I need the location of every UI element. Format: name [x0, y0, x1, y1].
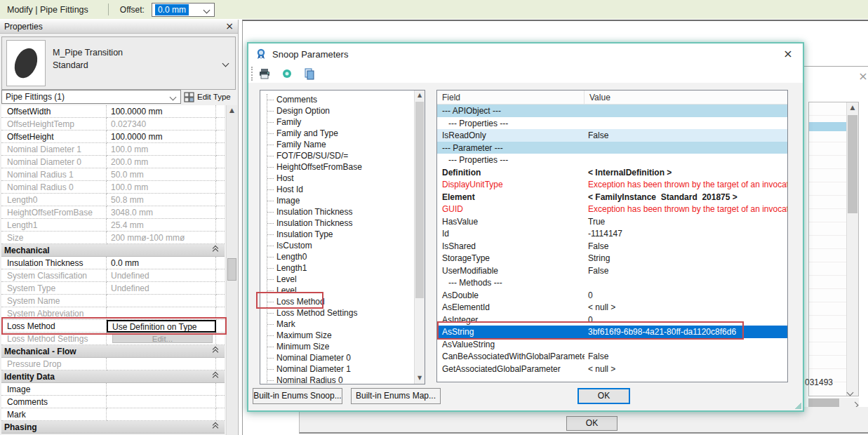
property-value[interactable]: 100.0000 mm	[107, 105, 216, 118]
background-close-icon[interactable]: ×	[855, 69, 868, 84]
table-row-parameter[interactable]: --- Parameter ---	[437, 142, 787, 154]
tree-item-insulation-type[interactable]: Insulation Type	[267, 229, 362, 240]
copy-icon[interactable]	[303, 67, 316, 80]
property-row-nominal-diameter-1[interactable]: Nominal Diameter 1100.0 mm	[1, 143, 225, 156]
table-row-getassociatedglobalparameter[interactable]: GetAssociatedGlobalParameter< null >	[437, 363, 787, 375]
tree-item-family[interactable]: Family	[267, 116, 362, 128]
collapse-chevron-icon[interactable]	[213, 373, 218, 382]
table-row-asstring[interactable]: AsString3bf616f9-6b98-4a21-80ff-da1120c8…	[437, 326, 787, 338]
property-row-heightoffsetfrombase[interactable]: HeightOffsetFromBase3048.0 mm	[1, 206, 225, 219]
scroll-down-icon[interactable]: ▼	[415, 373, 425, 384]
property-row-loss-method-settings[interactable]: Loss Method SettingsEdit...	[1, 333, 225, 345]
tree-item-nominal-diameter-0[interactable]: Nominal Diameter 0	[267, 352, 362, 363]
table-row-id[interactable]: Id-1114147	[437, 227, 787, 240]
property-value[interactable]: 0.027340	[107, 118, 216, 130]
tree-item-nominal-diameter-1[interactable]: Nominal Diameter 1	[267, 363, 362, 375]
tree-item-level[interactable]: Level	[267, 274, 362, 285]
property-value[interactable]: 200 mmø-100 mmø	[107, 232, 216, 244]
property-value[interactable]: 25.4 mm	[107, 219, 216, 232]
collapse-chevron-icon[interactable]	[213, 247, 218, 256]
property-value[interactable]: Undefined	[107, 282, 216, 295]
tree-item-loss-method[interactable]: Loss Method	[267, 296, 362, 307]
property-row-offsetheighttemp[interactable]: OffsetHeightTemp0.027340	[1, 118, 225, 130]
tree-item-iscustom[interactable]: IsCustom	[267, 240, 362, 251]
table-row-definition[interactable]: Definition< InternalDefinition >	[437, 166, 787, 179]
table-row-properties[interactable]: --- Properties ---	[437, 154, 787, 166]
tree-item-heightoffsetfrombase[interactable]: HeightOffsetFromBase	[267, 161, 362, 173]
property-row-nominal-diameter-0[interactable]: Nominal Diameter 0200.0 mm	[1, 156, 225, 168]
background-ok-button[interactable]: OK	[566, 416, 617, 431]
property-row-system-name[interactable]: System Name	[1, 295, 225, 307]
tree-item-length1[interactable]: Length1	[267, 262, 362, 274]
property-row-length0[interactable]: Length050.8 mm	[1, 194, 225, 206]
snoop-title-bar[interactable]: Snoop Parameters ×	[248, 44, 803, 65]
table-row-storagetype[interactable]: StorageTypeString	[437, 252, 787, 265]
table-row-properties[interactable]: --- Properties ---	[437, 117, 787, 130]
property-row-pressure-drop[interactable]: Pressure Drop	[1, 358, 225, 370]
property-value[interactable]: Edit...	[107, 333, 216, 345]
property-value[interactable]: Use Definition on Type	[107, 320, 216, 333]
property-value[interactable]: 3048.0 mm	[107, 206, 216, 219]
tree-item-loss-method-settings[interactable]: Loss Method Settings	[267, 307, 362, 319]
close-icon[interactable]: ×	[225, 20, 234, 32]
properties-scrollbar[interactable]: ▲	[226, 105, 237, 435]
table-row-asinteger[interactable]: AsInteger0	[437, 314, 787, 326]
property-row-system-classification[interactable]: System ClassificationUndefined	[1, 269, 225, 282]
table-row-guid[interactable]: GUIDException has been thrown by the tar…	[437, 203, 787, 215]
property-value[interactable]	[107, 396, 216, 408]
scroll-down-icon[interactable]	[848, 387, 853, 397]
property-row-nominal-radius-1[interactable]: Nominal Radius 150.0 mm	[1, 168, 225, 181]
scrollbar-thumb[interactable]	[415, 102, 424, 298]
scrollbar-thumb[interactable]	[848, 115, 857, 213]
property-value[interactable]: 100.0 mm	[107, 181, 216, 194]
table-row-asvaluestring[interactable]: AsValueString	[437, 338, 787, 351]
tree-item-fot-fob-su-sd[interactable]: FOT/FOB/SU/SD/=	[267, 150, 362, 161]
tree-item-insulation-thickness[interactable]: Insulation Thickness	[267, 218, 362, 229]
tree-item-minimum-size[interactable]: Minimum Size	[267, 341, 362, 352]
property-value[interactable]: 50.8 mm	[107, 194, 216, 206]
property-row-loss-method[interactable]: Loss MethodUse Definition on Type	[1, 320, 225, 333]
property-section-identity-data[interactable]: Identity Data	[1, 370, 225, 383]
property-value[interactable]	[107, 358, 216, 370]
property-section-mechanical-flow[interactable]: Mechanical - Flow	[1, 345, 225, 358]
table-row-displayunittype[interactable]: DisplayUnitTypeException has been thrown…	[437, 178, 787, 191]
offset-combo[interactable]: 0.0 mm	[152, 3, 215, 17]
tree-item-insulation-thickness[interactable]: Insulation Thickness	[267, 206, 362, 218]
scroll-up-icon[interactable]: ▲	[415, 91, 425, 101]
edit-button[interactable]: Edit...	[112, 334, 213, 343]
property-value[interactable]: Undefined	[107, 269, 216, 282]
tree-item-host[interactable]: Host	[267, 173, 362, 184]
tree-item-host-id[interactable]: Host Id	[267, 184, 362, 195]
property-value[interactable]	[107, 408, 216, 421]
property-value[interactable]	[107, 383, 216, 396]
property-value[interactable]: 100.0 mm	[107, 143, 216, 156]
table-row-usermodifiable[interactable]: UserModifiableFalse	[437, 265, 787, 277]
property-section-mechanical[interactable]: Mechanical	[1, 244, 225, 257]
property-row-offsetheight[interactable]: OffsetHeight100.0000 mm	[1, 130, 225, 143]
property-value[interactable]: 50.0 mm	[107, 168, 216, 181]
property-row-length1[interactable]: Length125.4 mm	[1, 219, 225, 232]
property-row-system-type[interactable]: System TypeUndefined	[1, 282, 225, 295]
resize-grip[interactable]	[794, 402, 801, 409]
property-value[interactable]: 0.0 mm	[107, 257, 216, 269]
collapse-chevron-icon[interactable]	[213, 348, 218, 357]
print-preview-icon[interactable]	[281, 67, 293, 80]
close-icon[interactable]: ×	[779, 46, 797, 62]
element-filter-combo[interactable]: Pipe Fittings (1)	[1, 90, 181, 104]
scroll-up-icon[interactable]: ▲	[847, 102, 858, 114]
table-row-aselementid[interactable]: AsElementId< null >	[437, 301, 787, 314]
table-row-isreadonly[interactable]: IsReadOnlyFalse	[437, 129, 787, 142]
edit-type-button[interactable]: Edit Type	[184, 90, 237, 104]
table-row-isshared[interactable]: IsSharedFalse	[437, 240, 787, 253]
collapse-chevron-icon[interactable]	[213, 424, 218, 433]
property-row-offsetwidth[interactable]: OffsetWidth100.0000 mm	[1, 105, 225, 118]
scrollbar-thumb[interactable]	[227, 258, 236, 281]
tree-scrollbar[interactable]: ▲ ▼	[414, 91, 425, 384]
tree-item-image[interactable]: Image	[267, 195, 362, 206]
table-row-methods[interactable]: --- Methods ---	[437, 276, 787, 289]
property-row-insulation-thickness[interactable]: Insulation Thickness0.0 mm	[1, 257, 225, 269]
tree-item-family-and-type[interactable]: Family and Type	[267, 128, 362, 139]
table-row-hasvalue[interactable]: HasValueTrue	[437, 215, 787, 228]
scroll-up-icon[interactable]: ▲	[227, 105, 237, 116]
builtin-enums-map-button[interactable]: Built-in Enums Map...	[351, 388, 441, 404]
